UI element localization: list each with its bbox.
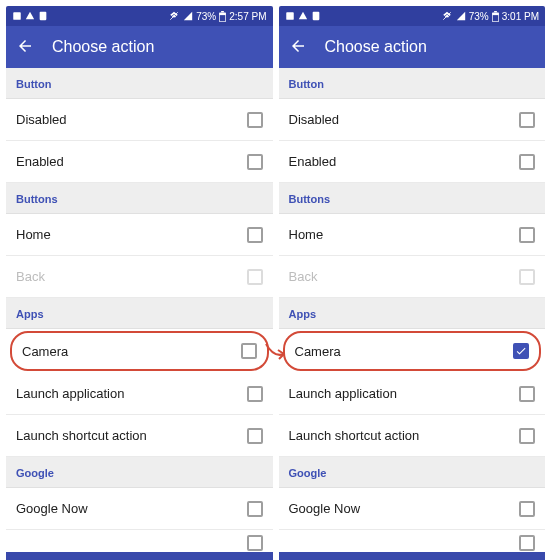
row-label: Launch application [289, 386, 397, 401]
section-header: Google [279, 457, 546, 488]
list-row[interactable]: Enabled [279, 141, 546, 183]
list-row[interactable]: Launch application [6, 373, 273, 415]
list-row[interactable]: Launch shortcut action [279, 415, 546, 457]
checkbox[interactable] [519, 227, 535, 243]
checkbox[interactable] [241, 343, 257, 359]
checkbox[interactable] [519, 428, 535, 444]
svg-rect-4 [221, 11, 224, 12]
row-label: Google Now [16, 501, 88, 516]
list-row[interactable]: Google Now [279, 488, 546, 530]
list-row[interactable]: Disabled [279, 99, 546, 141]
checkbox[interactable] [513, 343, 529, 359]
section-header: Google [6, 457, 273, 488]
content-list[interactable]: Button Disabled Enabled Buttons Home Bac… [6, 68, 273, 552]
section-header: Apps [6, 298, 273, 329]
content-list[interactable]: Button Disabled Enabled Buttons Home Bac… [279, 68, 546, 552]
back-icon[interactable] [289, 37, 307, 58]
screen-0: 73% 2:57 PM Choose action Button Disable… [6, 6, 273, 560]
row-label: Camera [22, 344, 68, 359]
appbar: Choose action [279, 26, 546, 68]
statusbar: 73% 3:01 PM [279, 6, 546, 26]
status-left-icons [285, 11, 321, 21]
checkbox[interactable] [519, 112, 535, 128]
list-row[interactable] [6, 530, 273, 552]
row-label: Enabled [289, 154, 337, 169]
checkbox [519, 269, 535, 285]
section-header: Buttons [6, 183, 273, 214]
section-header: Buttons [279, 183, 546, 214]
row-label: Launch shortcut action [16, 428, 147, 443]
row-label: Home [289, 227, 324, 242]
list-row[interactable] [279, 530, 546, 552]
row-label: Launch shortcut action [289, 428, 420, 443]
list-row[interactable]: Home [279, 214, 546, 256]
status-left-icons [12, 11, 48, 21]
list-row: Back [279, 256, 546, 298]
list-row[interactable]: Disabled [6, 99, 273, 141]
appbar-title: Choose action [325, 38, 427, 56]
list-row[interactable]: Camera [10, 331, 269, 371]
checkbox[interactable] [247, 501, 263, 517]
status-right: 73% 3:01 PM [441, 11, 539, 22]
row-label: Enabled [16, 154, 64, 169]
svg-rect-9 [286, 12, 294, 20]
checkbox[interactable] [247, 227, 263, 243]
list-row: Back [6, 256, 273, 298]
svg-rect-10 [312, 12, 319, 20]
row-label: Disabled [289, 112, 340, 127]
checkbox[interactable] [519, 154, 535, 170]
appbar: Choose action [6, 26, 273, 68]
row-label: Disabled [16, 112, 67, 127]
checkbox[interactable] [247, 386, 263, 402]
checkbox[interactable] [519, 501, 535, 517]
checkbox[interactable] [247, 535, 263, 551]
row-label: Camera [295, 344, 341, 359]
checkbox[interactable] [247, 428, 263, 444]
row-label: Home [16, 227, 51, 242]
checkbox[interactable] [247, 112, 263, 128]
list-row[interactable]: Enabled [6, 141, 273, 183]
android-navbar [279, 552, 546, 560]
section-header: Button [6, 68, 273, 99]
screen-1: 73% 3:01 PM Choose action Button Disable… [279, 6, 546, 560]
back-icon[interactable] [16, 37, 34, 58]
svg-rect-1 [40, 12, 47, 20]
list-row[interactable]: Home [6, 214, 273, 256]
row-label: Back [289, 269, 318, 284]
section-header: Apps [279, 298, 546, 329]
checkbox[interactable] [519, 535, 535, 551]
checkbox[interactable] [519, 386, 535, 402]
section-header: Button [279, 68, 546, 99]
svg-rect-5 [220, 15, 226, 21]
row-label: Google Now [289, 501, 361, 516]
statusbar: 73% 2:57 PM [6, 6, 273, 26]
checkbox[interactable] [247, 154, 263, 170]
list-row[interactable]: Launch shortcut action [6, 415, 273, 457]
svg-rect-13 [494, 11, 497, 12]
row-label: Launch application [16, 386, 124, 401]
checkbox [247, 269, 263, 285]
svg-rect-14 [493, 15, 499, 21]
svg-rect-0 [13, 12, 21, 20]
appbar-title: Choose action [52, 38, 154, 56]
android-navbar [6, 552, 273, 560]
list-row[interactable]: Google Now [6, 488, 273, 530]
row-label: Back [16, 269, 45, 284]
list-row[interactable]: Camera [283, 331, 542, 371]
list-row[interactable]: Launch application [279, 373, 546, 415]
status-right: 73% 2:57 PM [168, 11, 266, 22]
